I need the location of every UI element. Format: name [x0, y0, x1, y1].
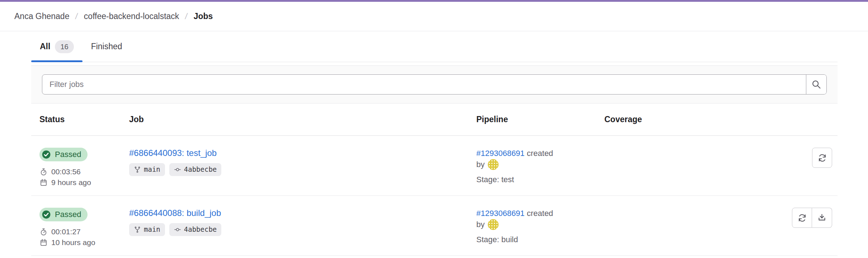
- breadcrumb-separator: /: [75, 11, 79, 21]
- retry-icon: [797, 213, 807, 223]
- status-passed-icon: [41, 149, 51, 160]
- tab-finished-label: Finished: [91, 42, 122, 51]
- job-duration: 00:01:27: [39, 226, 129, 237]
- column-header-pipeline: Pipeline: [476, 115, 604, 124]
- pipeline-cell: #1293068691 created by Stage: build: [476, 208, 604, 245]
- breadcrumb-link-group[interactable]: Anca Ghenade: [14, 11, 69, 21]
- filter-jobs-group: [42, 74, 827, 95]
- pipeline-by-line: by: [476, 159, 604, 170]
- job-duration-value: 00:01:27: [51, 227, 81, 236]
- column-header-status: Status: [39, 115, 129, 124]
- pipeline-by-label: by: [476, 219, 485, 230]
- actions-cell: [792, 208, 838, 228]
- commit-sha-badge[interactable]: 4abbecbe: [169, 163, 222, 176]
- search-icon: [811, 79, 822, 90]
- job-link[interactable]: #6866440088: build_job: [129, 208, 221, 218]
- pipeline-created-label: created: [527, 149, 553, 158]
- calendar-icon: [39, 239, 48, 247]
- job-age-value: 9 hours ago: [51, 178, 91, 187]
- pipeline-created-line: #1293068691 created: [476, 208, 604, 219]
- branch-icon: [134, 226, 141, 233]
- status-cell: Passed 00:01:27 10 hours ago: [39, 208, 129, 248]
- search-button[interactable]: [806, 75, 826, 94]
- commit-icon: [174, 166, 181, 173]
- column-header-job: Job: [129, 115, 476, 124]
- job-age: 10 hours ago: [39, 237, 129, 248]
- job-age-value: 10 hours ago: [51, 238, 95, 247]
- status-badge[interactable]: Passed: [39, 208, 88, 221]
- status-badge[interactable]: Passed: [39, 148, 88, 161]
- job-duration: 00:03:56: [39, 166, 129, 177]
- download-icon: [817, 213, 827, 223]
- pipeline-created-label: created: [527, 209, 553, 218]
- branch-icon: [134, 166, 141, 173]
- breadcrumb-link-project[interactable]: coffee-backend-localstack: [84, 11, 179, 21]
- commit-sha: 4abbecbe: [184, 166, 217, 174]
- retry-job-button[interactable]: [812, 148, 832, 168]
- pipeline-link[interactable]: #1293068691: [476, 149, 525, 158]
- filter-panel: [31, 65, 838, 103]
- retry-job-button[interactable]: [792, 208, 812, 228]
- pipeline-by-line: by: [476, 219, 604, 230]
- ref-branch-name: main: [144, 166, 160, 174]
- ref-branch-badge[interactable]: main: [129, 223, 165, 236]
- pipeline-created-line: #1293068691 created: [476, 148, 604, 159]
- table-row: Passed 00:03:56 9 hours ago #6866440093:…: [31, 136, 838, 196]
- job-duration-value: 00:03:56: [51, 167, 81, 176]
- download-artifacts-button[interactable]: [812, 208, 832, 228]
- job-actions-group: [792, 208, 832, 228]
- actions-cell: [812, 148, 838, 168]
- tab-all-count-badge: 16: [55, 40, 74, 53]
- breadcrumb: Anca Ghenade / coffee-backend-localstack…: [0, 2, 868, 31]
- table-row: Passed 00:01:27 10 hours ago #6866440088…: [31, 196, 838, 256]
- job-age: 9 hours ago: [39, 177, 129, 188]
- status-cell: Passed 00:03:56 9 hours ago: [39, 148, 129, 188]
- tab-all-label: All: [40, 42, 50, 51]
- column-header-coverage: Coverage: [604, 115, 750, 124]
- job-link[interactable]: #6866440093: test_job: [129, 148, 217, 158]
- ref-branch-name: main: [144, 226, 160, 234]
- commit-sha-badge[interactable]: 4abbecbe: [169, 223, 222, 236]
- status-label: Passed: [55, 151, 81, 158]
- timer-icon: [39, 168, 48, 176]
- job-cell: #6866440088: build_job main 4abbecbe: [129, 208, 476, 236]
- avatar[interactable]: [488, 219, 499, 230]
- pipeline-by-label: by: [476, 159, 485, 170]
- timer-icon: [39, 228, 48, 236]
- commit-sha: 4abbecbe: [184, 226, 217, 234]
- breadcrumb-separator: /: [184, 11, 188, 21]
- breadcrumb-current-page: Jobs: [194, 11, 213, 21]
- commit-icon: [174, 226, 181, 233]
- avatar[interactable]: [488, 159, 499, 170]
- pipeline-stage: Stage: build: [476, 234, 604, 245]
- ref-branch-badge[interactable]: main: [129, 163, 165, 176]
- pipeline-cell: #1293068691 created by Stage: test: [476, 148, 604, 185]
- job-cell: #6866440093: test_job main 4abbecbe: [129, 148, 476, 176]
- tab-finished[interactable]: Finished: [82, 31, 131, 62]
- status-label: Passed: [55, 211, 81, 218]
- pipeline-link[interactable]: #1293068691: [476, 209, 525, 218]
- status-passed-icon: [41, 209, 51, 220]
- table-header-row: Status Job Pipeline Coverage: [31, 103, 838, 136]
- jobs-page: All 16 Finished Status Job Pipeline Cove…: [31, 31, 838, 256]
- tab-all[interactable]: All 16: [31, 31, 82, 62]
- retry-icon: [817, 153, 827, 163]
- calendar-icon: [39, 179, 48, 187]
- jobs-tabs: All 16 Finished: [31, 31, 838, 62]
- pipeline-stage: Stage: test: [476, 174, 604, 185]
- filter-jobs-input[interactable]: [42, 75, 806, 94]
